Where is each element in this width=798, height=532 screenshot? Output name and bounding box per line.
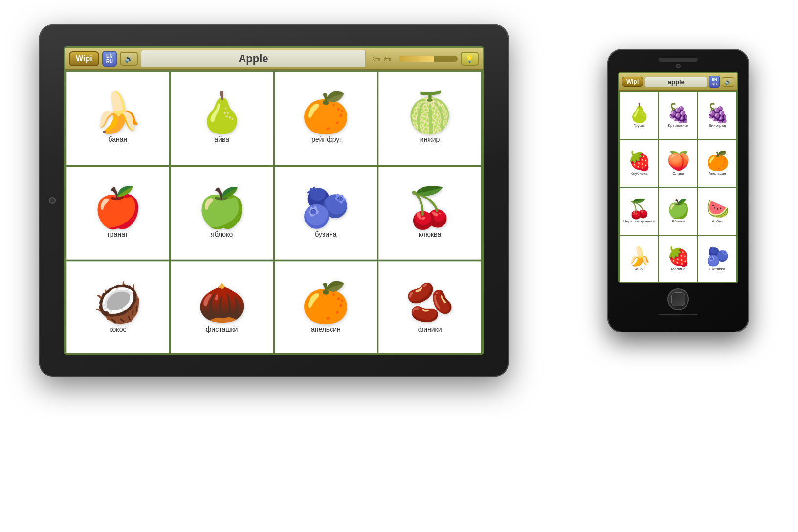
phone-home-inner (671, 292, 685, 306)
tablet-fruit-cell-7[interactable]: 🍒клюква (378, 167, 481, 260)
key-icon-2: 🗝 (383, 54, 392, 64)
fruit-label-10: апельсин (311, 325, 341, 333)
fruit-emoji-8: 🥥 (93, 283, 142, 322)
phone-fruit-label-6: Черн. смородина (623, 219, 655, 223)
tablet-fruit-grid: 🍌банан🍐айва🍊грейпфрут🍈инжир🍎гранат🍏яблок… (65, 70, 483, 355)
phone-fruit-emoji-8: 🍉 (706, 200, 729, 218)
fruit-emoji-10: 🍊 (301, 283, 350, 322)
fruit-label-8: кокос (109, 325, 126, 333)
phone-fruit-label-10: Малина (671, 267, 685, 271)
fruit-label-4: гранат (108, 230, 128, 238)
phone-fruit-cell-3[interactable]: 🍓Клубника (620, 140, 658, 187)
phone-fruit-cell-7[interactable]: 🍏Яблоко (659, 188, 697, 235)
phone-sound-button[interactable]: 🔊 (722, 77, 734, 87)
phone-fruit-emoji-0: 🍐 (628, 104, 651, 122)
tablet-fruit-cell-10[interactable]: 🍊апельсин (275, 261, 377, 355)
fruit-label-6: бузина (315, 230, 336, 238)
phone-fruit-grid: 🍐Груша🍇Крыжовник🍇Виноград🍓Клубника🍑Слива… (619, 91, 737, 283)
tablet-fruit-cell-9[interactable]: 🌰фисташки (171, 261, 273, 355)
phone-topbar: Wipi apple ENRU 🔊 (619, 73, 737, 91)
phone-lang-button[interactable]: ENRU (709, 76, 720, 88)
fruit-emoji-6: 🫐 (301, 188, 350, 227)
keys-area: 🗝 🗝 (369, 54, 396, 64)
fruit-label-2: грейпфрут (309, 135, 343, 143)
hint-button[interactable]: 💡 (461, 52, 479, 66)
tablet-fruit-cell-6[interactable]: 🫐бузина (275, 167, 377, 260)
tablet-fruit-cell-1[interactable]: 🍐айва (171, 72, 273, 165)
phone-fruit-cell-9[interactable]: 🍌Банан (620, 236, 658, 283)
phone-fruit-cell-8[interactable]: 🍉Арбуз (698, 188, 736, 235)
language-button[interactable]: ENRU (102, 51, 117, 66)
phone-word-title: apple (645, 77, 707, 87)
key-icon-1: 🗝 (373, 54, 381, 64)
tablet-screen: Wipi ENRU 🔊 Apple 🗝 🗝 💡 🍌банан🍐айва🍊грей… (64, 46, 484, 355)
phone-fruit-label-1: Крыжовник (668, 123, 688, 128)
fruit-emoji-3: 🍈 (405, 93, 454, 133)
phone-device: Wipi apple ENRU 🔊 🍐Груша🍇Крыжовник🍇Виног… (607, 49, 749, 332)
fruit-label-7: клюква (419, 230, 441, 238)
tablet-fruit-cell-8[interactable]: 🥥кокос (66, 261, 169, 355)
fruit-emoji-2: 🍊 (301, 93, 350, 133)
phone-fruit-emoji-1: 🍇 (667, 104, 690, 122)
phone-fruit-emoji-10: 🍓 (667, 247, 690, 266)
phone-fruit-label-3: Клубника (630, 171, 647, 176)
tablet-topbar: Wipi ENRU 🔊 Apple 🗝 🗝 💡 (65, 48, 483, 70)
tablet-fruit-cell-11[interactable]: 🫘финики (378, 261, 481, 355)
phone-fruit-emoji-5: 🍊 (706, 152, 729, 170)
fruit-emoji-0: 🍌 (93, 93, 142, 133)
phone-wipi-logo: Wipi (622, 77, 643, 87)
fruit-label-1: айва (214, 135, 229, 143)
phone-screen: Wipi apple ENRU 🔊 🍐Груша🍇Крыжовник🍇Виног… (618, 72, 738, 283)
fruit-emoji-11: 🫘 (405, 283, 454, 322)
phone-fruit-emoji-6: 🍒 (628, 200, 651, 218)
phone-fruit-label-4: Слива (672, 171, 684, 176)
phone-fruit-cell-5[interactable]: 🍊Апельсин (698, 140, 736, 187)
fruit-emoji-5: 🍏 (198, 188, 246, 227)
fruit-emoji-7: 🍒 (405, 188, 454, 227)
phone-fruit-label-8: Арбуз (712, 219, 723, 223)
phone-fruit-label-7: Яблоко (671, 219, 685, 223)
word-title: Apple (141, 50, 366, 67)
phone-fruit-label-5: Апельсин (709, 171, 726, 176)
phone-fruit-label-0: Груша (633, 123, 644, 128)
scene: Wipi ENRU 🔊 Apple 🗝 🗝 💡 🍌банан🍐айва🍊грей… (0, 0, 798, 532)
fruit-label-3: инжир (420, 135, 440, 143)
phone-fruit-cell-1[interactable]: 🍇Крыжовник (659, 92, 697, 139)
phone-fruit-cell-2[interactable]: 🍇Виноград (698, 92, 736, 139)
phone-fruit-label-2: Виноград (709, 123, 726, 128)
phone-fruit-cell-0[interactable]: 🍐Груша (620, 92, 658, 139)
tablet-device: Wipi ENRU 🔊 Apple 🗝 🗝 💡 🍌банан🍐айва🍊грей… (39, 24, 509, 377)
fruit-label-5: яблоко (211, 230, 233, 238)
phone-home-button[interactable] (667, 288, 689, 310)
tablet-fruit-cell-5[interactable]: 🍏яблоко (171, 167, 273, 260)
progress-fill (399, 56, 434, 62)
phone-fruit-emoji-2: 🍇 (706, 104, 729, 122)
phone-bottom-bar (659, 314, 698, 315)
phone-fruit-emoji-9: 🍌 (628, 247, 651, 266)
fruit-emoji-9: 🌰 (198, 283, 246, 322)
phone-camera (676, 64, 681, 68)
phone-fruit-label-11: Ежевика (709, 267, 725, 271)
wipi-logo-button[interactable]: Wipi (69, 51, 99, 66)
phone-speaker (659, 58, 698, 62)
tablet-fruit-cell-3[interactable]: 🍈инжир (378, 72, 481, 165)
phone-fruit-label-9: Банан (634, 267, 645, 271)
sound-button[interactable]: 🔊 (120, 52, 138, 66)
phone-fruit-emoji-4: 🍑 (667, 152, 690, 170)
fruit-label-11: финики (418, 325, 442, 333)
tablet-fruit-cell-4[interactable]: 🍎гранат (66, 167, 169, 260)
phone-fruit-cell-11[interactable]: 🫐Ежевика (698, 236, 736, 283)
tablet-fruit-cell-0[interactable]: 🍌банан (66, 72, 169, 165)
tablet-fruit-cell-2[interactable]: 🍊грейпфрут (275, 72, 377, 165)
phone-fruit-cell-10[interactable]: 🍓Малина (659, 236, 697, 283)
phone-fruit-emoji-3: 🍓 (628, 152, 651, 170)
fruit-emoji-1: 🍐 (198, 93, 246, 133)
phone-fruit-cell-6[interactable]: 🍒Черн. смородина (620, 188, 658, 235)
fruit-emoji-4: 🍎 (93, 188, 142, 227)
fruit-label-9: фисташки (206, 325, 238, 333)
fruit-label-0: банан (109, 135, 128, 143)
progress-bar (399, 56, 458, 62)
phone-fruit-emoji-11: 🫐 (706, 247, 729, 266)
phone-fruit-cell-4[interactable]: 🍑Слива (659, 140, 697, 187)
tablet-home-button[interactable] (49, 197, 56, 204)
